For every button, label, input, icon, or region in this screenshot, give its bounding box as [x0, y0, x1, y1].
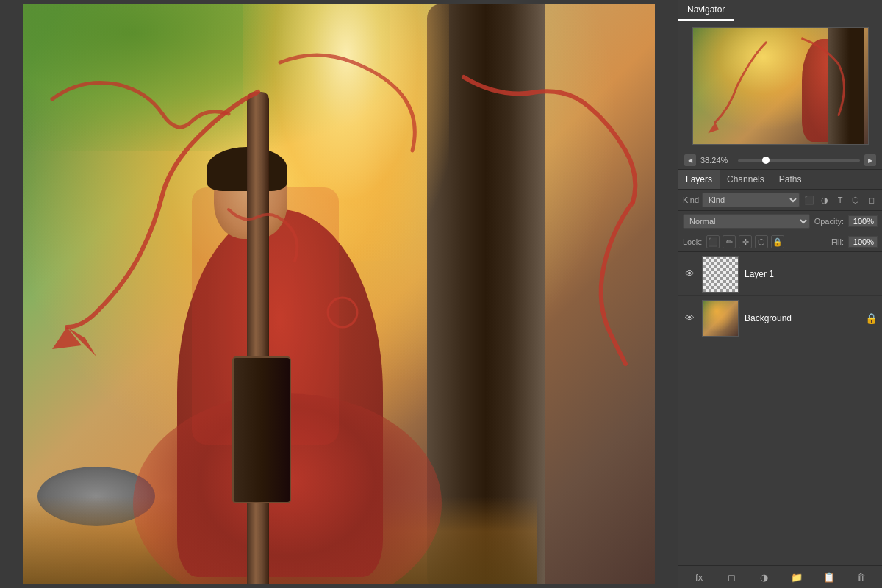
- lock-icons: ⬛ ✏ ✛ ⬡ 🔒: [706, 235, 827, 248]
- instrument-body: [232, 356, 291, 503]
- nav-thumb-strokes: [693, 28, 868, 144]
- navigator-panel: Navigator ◀ 38.24%: [678, 0, 882, 170]
- blend-row: Normal Multiply Screen Overlay Opacity:: [678, 211, 882, 232]
- blend-mode-select[interactable]: Normal Multiply Screen Overlay: [683, 214, 810, 229]
- lock-label: Lock:: [683, 237, 702, 246]
- zoom-slider-track[interactable]: [738, 159, 860, 162]
- zoom-in-button[interactable]: ▶: [864, 154, 876, 166]
- instrument-neck: [247, 92, 269, 584]
- zoom-out-button[interactable]: ◀: [684, 154, 696, 166]
- background-thumbnail: [702, 300, 739, 337]
- opacity-input[interactable]: [848, 215, 878, 227]
- lock-row: Lock: ⬛ ✏ ✛ ⬡ 🔒 Fill:: [678, 232, 882, 252]
- right-panel: Navigator ◀ 38.24%: [678, 0, 882, 588]
- tab-navigator[interactable]: Navigator: [678, 0, 734, 21]
- kind-row: Kind Kind ⬛ ◑ T ⬡ ◻: [678, 190, 882, 211]
- add-mask-button[interactable]: ◻: [723, 569, 739, 585]
- canvas-content: [23, 4, 655, 584]
- layer1-visibility-eye[interactable]: 👁: [683, 268, 696, 281]
- kind-select[interactable]: Kind: [702, 193, 800, 207]
- woman-figure: [133, 62, 442, 577]
- tab-paths[interactable]: Paths: [772, 170, 809, 189]
- opacity-label: Opacity:: [814, 217, 844, 226]
- shape-filter-icon[interactable]: ⬡: [849, 193, 862, 207]
- lock-all-icon[interactable]: 🔒: [771, 235, 784, 248]
- canvas-area: [0, 0, 678, 588]
- delete-layer-button[interactable]: 🗑: [853, 569, 870, 585]
- adjustment-filter-icon[interactable]: ◑: [818, 193, 831, 207]
- lock-position-icon[interactable]: ✛: [739, 235, 752, 248]
- layer1-thumbnail: [702, 256, 739, 293]
- smart-filter-icon[interactable]: ◻: [864, 193, 878, 207]
- zoom-out-arrow[interactable]: ◀: [684, 154, 696, 166]
- pixel-filter-icon[interactable]: ⬛: [803, 193, 816, 207]
- layer1-name: Layer 1: [745, 269, 878, 279]
- layers-panel: Layers Channels Paths Kind Kind ⬛ ◑ T ⬡ …: [678, 170, 882, 588]
- kind-label: Kind: [683, 196, 699, 204]
- layers-list: 👁 Layer 1 👁 Background: [678, 252, 882, 565]
- kind-icons: ⬛ ◑ T ⬡ ◻: [803, 193, 878, 207]
- zoom-slider-thumb[interactable]: [762, 157, 770, 164]
- tab-channels[interactable]: Channels: [720, 170, 772, 189]
- background-visibility-eye[interactable]: 👁: [683, 312, 696, 325]
- canvas-wrapper: [0, 0, 678, 588]
- lock-pixels-icon[interactable]: ✏: [723, 235, 736, 248]
- new-layer-button[interactable]: 📋: [821, 569, 837, 585]
- background-lock-icon: 🔒: [865, 312, 878, 324]
- fill-input[interactable]: [848, 236, 878, 248]
- zoom-value: 38.24%: [700, 156, 734, 165]
- layers-bottom-toolbar: fx ◻ ◑ 📁 📋 🗑: [678, 565, 882, 588]
- layers-tab-bar: Layers Channels Paths: [678, 170, 882, 190]
- background-name: Background: [745, 313, 859, 323]
- new-group-button[interactable]: 📁: [789, 569, 805, 585]
- layer1-info: Layer 1: [745, 269, 878, 279]
- navigator-tab-bar: Navigator: [678, 0, 882, 21]
- zoom-bar: ◀ 38.24% ▶: [678, 151, 882, 169]
- lock-artboard-icon[interactable]: ⬡: [755, 235, 768, 248]
- fill-label: Fill:: [831, 237, 844, 246]
- navigator-thumbnail: [692, 27, 869, 145]
- layer-item-background[interactable]: 👁 Background 🔒: [678, 296, 882, 340]
- tab-layers[interactable]: Layers: [678, 170, 720, 189]
- type-filter-icon[interactable]: T: [833, 193, 847, 207]
- fx-button[interactable]: fx: [691, 569, 707, 585]
- new-adjustment-button[interactable]: ◑: [756, 569, 772, 585]
- zoom-in-arrow[interactable]: ▶: [864, 154, 876, 166]
- lock-transparent-icon[interactable]: ⬛: [706, 235, 720, 248]
- background-thumb-photo: [703, 301, 738, 336]
- main-layout: Navigator ◀ 38.24%: [0, 0, 882, 588]
- layer-item-layer1[interactable]: 👁 Layer 1: [678, 252, 882, 296]
- background-info: Background: [745, 313, 859, 323]
